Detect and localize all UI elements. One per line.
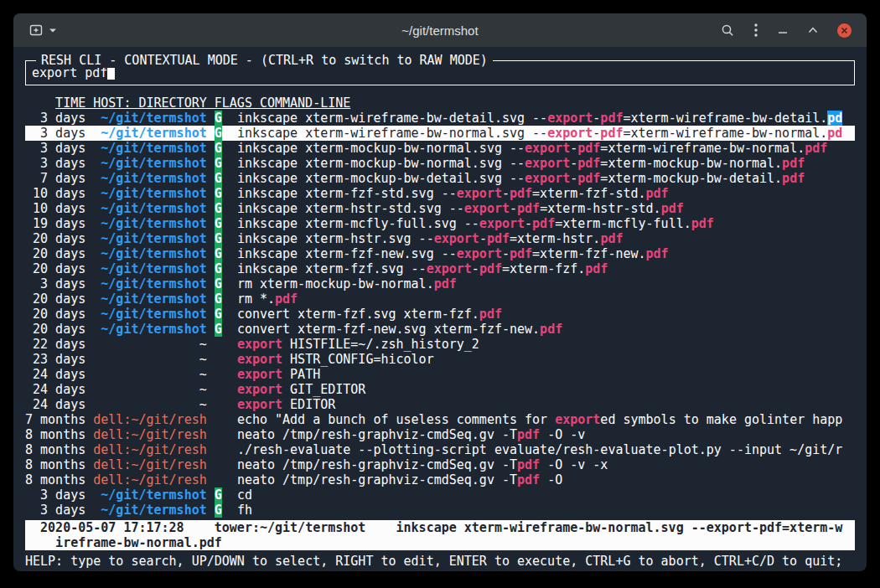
search-icon xyxy=(721,23,735,38)
terminal-window: ~/git/termshot xyxy=(13,13,867,571)
table-header-text: TIME HOST: DIRECTORY FLAGS COMMAND-LINE xyxy=(55,95,350,111)
history-row[interactable]: 10 days ~/git/termshot G inkscape xterm-… xyxy=(25,186,855,201)
new-tab-menu-button[interactable] xyxy=(49,27,57,34)
history-row[interactable]: 3 days ~/git/termshot G inkscape xterm-w… xyxy=(25,111,855,126)
history-row[interactable]: 7 days ~/git/termshot G inkscape xterm-m… xyxy=(25,171,855,186)
terminal: RESH CLI - CONTEXTUAL MODE - (CTRL+R to … xyxy=(13,47,867,571)
history-row[interactable]: 20 days ~/git/termshot G convert xterm-f… xyxy=(25,307,855,322)
table-header: TIME HOST: DIRECTORY FLAGS COMMAND-LINE xyxy=(25,95,855,111)
history-row[interactable]: 3 days ~/git/termshot G fh xyxy=(25,503,855,518)
history-row[interactable]: 3 days ~/git/termshot G inkscape xterm-m… xyxy=(25,141,855,156)
history-row[interactable]: 3 days ~/git/termshot G cd xyxy=(25,487,855,503)
resh-mode-label: RESH CLI - CONTEXTUAL MODE - (CTRL+R to … xyxy=(36,53,493,68)
history-row[interactable]: 20 days ~/git/termshot G inkscape xterm-… xyxy=(25,231,855,246)
close-icon xyxy=(837,23,852,38)
history-row[interactable]: 24 days ~ export EDITOR xyxy=(25,397,855,412)
history-row[interactable]: 19 days ~/git/termshot G inkscape xterm-… xyxy=(25,216,855,231)
history-row[interactable]: 24 days ~ export PATH xyxy=(25,367,855,382)
history-row[interactable]: 3 days ~/git/termshot G inkscape xterm-w… xyxy=(25,126,855,141)
search-button[interactable] xyxy=(721,23,735,38)
close-button[interactable] xyxy=(837,23,852,38)
caret-down-icon xyxy=(49,27,57,34)
minimize-icon xyxy=(777,24,789,36)
titlebar: ~/git/termshot xyxy=(13,13,867,47)
overflow-menu-icon xyxy=(753,23,758,38)
history-row[interactable]: 8 months dell:~/git/resh neato /tmp/resh… xyxy=(25,457,855,472)
history-row[interactable]: 24 days ~ export GIT_EDITOR xyxy=(25,382,855,397)
history-row[interactable]: 8 months dell:~/git/resh ./resh-evaluate… xyxy=(25,442,855,457)
new-tab-icon xyxy=(28,23,44,38)
history-row[interactable]: 23 days ~ export HSTR_CONFIG=hicolor xyxy=(25,352,855,367)
history-row[interactable]: 3 days ~/git/termshot G inkscape xterm-m… xyxy=(25,156,855,171)
history-row[interactable]: 8 months dell:~/git/resh neato /tmp/resh… xyxy=(25,472,855,487)
status-line-2: ireframe-bw-normal.pdf xyxy=(25,535,855,550)
history-row[interactable]: 10 days ~/git/termshot G inkscape xterm-… xyxy=(25,201,855,216)
history-row[interactable]: 20 days ~/git/termshot G inkscape xterm-… xyxy=(25,261,855,276)
history-row[interactable]: 20 days ~/git/termshot G convert xterm-f… xyxy=(25,322,855,337)
new-tab-button[interactable] xyxy=(28,23,44,38)
history-row[interactable]: 22 days ~ export HISTFILE=~/.zsh_history… xyxy=(25,337,855,352)
text-cursor xyxy=(107,66,115,80)
status-bar: 2020-05-07 17:17:28 tower:~/git/termshot… xyxy=(25,520,855,550)
minimize-button[interactable] xyxy=(777,24,789,36)
history-row[interactable]: 7 months dell:~/git/resh echo "Add a bun… xyxy=(25,412,855,427)
history-row[interactable]: 3 days ~/git/termshot G rm xterm-mockup-… xyxy=(25,276,855,291)
maximize-button[interactable] xyxy=(807,24,819,36)
history-row[interactable]: 20 days ~/git/termshot G inkscape xterm-… xyxy=(25,246,855,261)
history-row[interactable]: 8 months dell:~/git/resh neato /tmp/resh… xyxy=(25,427,855,442)
resh-search-box: RESH CLI - CONTEXTUAL MODE - (CTRL+R to … xyxy=(25,60,855,85)
maximize-icon xyxy=(807,24,819,36)
status-line-1: 2020-05-07 17:17:28 tower:~/git/termshot… xyxy=(25,520,855,535)
history-rows: 3 days ~/git/termshot G inkscape xterm-w… xyxy=(25,111,855,518)
history-row[interactable]: 20 days ~/git/termshot G rm *.pdf xyxy=(25,291,855,307)
help-bar: HELP: type to search, UP/DOWN to select,… xyxy=(25,554,855,569)
menu-button[interactable] xyxy=(753,23,758,38)
